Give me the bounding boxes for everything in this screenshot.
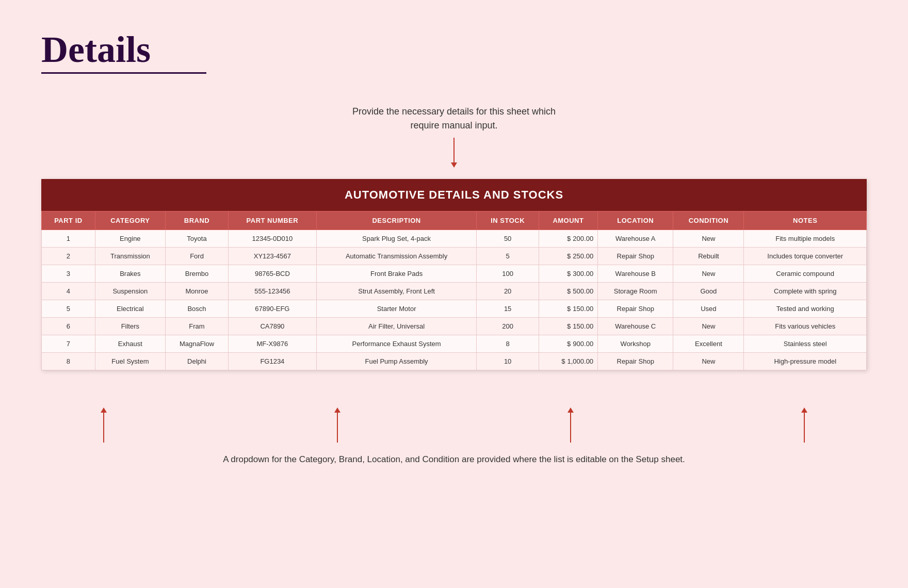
amount-dollar: $ <box>567 252 571 260</box>
title-section: Details <box>41 31 867 74</box>
cell-condition: New <box>673 353 744 370</box>
cell-amount: $250.00 <box>539 248 597 265</box>
cell-location: Repair Shop <box>598 248 673 265</box>
amount-dollar: $ <box>567 340 571 348</box>
col-header-brand: BRAND <box>165 211 228 230</box>
cell-in-stock: 15 <box>477 300 539 318</box>
cell-condition: New <box>673 230 744 248</box>
cell-description: Front Brake Pads <box>316 265 477 283</box>
cell-brand: MagnaFlow <box>165 335 228 353</box>
amount-value: 900.00 <box>573 340 593 348</box>
col-header-location: LOCATION <box>598 211 673 230</box>
cell-amount: $900.00 <box>539 335 597 353</box>
cell-brand: Delphi <box>165 353 228 370</box>
page-container: Details Provide the necessary details fo… <box>0 0 908 588</box>
cell-notes: High-pressure model <box>744 353 867 370</box>
cell-condition: New <box>673 265 744 283</box>
col-header-amount: AMOUNT <box>539 211 597 230</box>
cell-category: Brakes <box>95 265 165 283</box>
cell-id: 2 <box>42 248 95 265</box>
cell-part-number: CA7890 <box>229 318 317 335</box>
cell-amount: $150.00 <box>539 300 597 318</box>
amount-value: 250.00 <box>573 252 593 260</box>
table-row: 6FiltersFramCA7890Air Filter, Universal2… <box>42 318 867 335</box>
table-title: AUTOMOTIVE DETAILS AND STOCKS <box>41 179 867 211</box>
cell-location: Warehouse A <box>598 230 673 248</box>
cell-brand: Toyota <box>165 230 228 248</box>
cell-amount: $1,000.00 <box>539 353 597 370</box>
table-header-row: PART ID CATEGORY BRAND PART NUMBER DESCR… <box>42 211 867 230</box>
amount-dollar: $ <box>567 305 571 313</box>
cell-part-number: MF-X9876 <box>229 335 317 353</box>
amount-dollar: $ <box>567 322 571 330</box>
arrow-brand <box>337 412 338 443</box>
cell-category: Engine <box>95 230 165 248</box>
cell-category: Electrical <box>95 300 165 318</box>
cell-notes: Fits multiple models <box>744 230 867 248</box>
cell-brand: Bosch <box>165 300 228 318</box>
cell-brand: Monroe <box>165 283 228 300</box>
amount-value: 200.00 <box>573 235 593 242</box>
cell-condition: Rebuilt <box>673 248 744 265</box>
amount-value: 300.00 <box>573 270 593 277</box>
cell-location: Warehouse C <box>598 318 673 335</box>
cell-part-number: 67890-EFG <box>229 300 317 318</box>
cell-location: Repair Shop <box>598 353 673 370</box>
col-header-category: CATEGORY <box>95 211 165 230</box>
title-underline <box>41 72 206 74</box>
cell-notes: Tested and working <box>744 300 867 318</box>
cell-description: Performance Exhaust System <box>316 335 477 353</box>
annotation-arrows <box>41 412 867 443</box>
cell-id: 3 <box>42 265 95 283</box>
cell-in-stock: 5 <box>477 248 539 265</box>
amount-value: 1,000.00 <box>568 357 594 365</box>
cell-id: 6 <box>42 318 95 335</box>
cell-in-stock: 200 <box>477 318 539 335</box>
table-row: 1EngineToyota12345-0D010Spark Plug Set, … <box>42 230 867 248</box>
table-wrapper: AUTOMOTIVE DETAILS AND STOCKS PART ID CA… <box>41 179 867 370</box>
cell-brand: Brembo <box>165 265 228 283</box>
cell-in-stock: 100 <box>477 265 539 283</box>
table-row: 3BrakesBrembo98765-BCDFront Brake Pads10… <box>42 265 867 283</box>
cell-id: 1 <box>42 230 95 248</box>
arrow-condition <box>804 412 805 443</box>
cell-location: Repair Shop <box>598 300 673 318</box>
col-header-part-number: PART NUMBER <box>229 211 317 230</box>
cell-category: Transmission <box>95 248 165 265</box>
cell-location: Warehouse B <box>598 265 673 283</box>
table-row: 5ElectricalBosch67890-EFGStarter Motor15… <box>42 300 867 318</box>
table-row: 8Fuel SystemDelphiFG1234Fuel Pump Assemb… <box>42 353 867 370</box>
amount-dollar: $ <box>567 270 571 277</box>
cell-location: Storage Room <box>598 283 673 300</box>
cell-part-number: 555-123456 <box>229 283 317 300</box>
instruction-arrow <box>41 138 867 164</box>
instruction-text: Provide the necessary details for this s… <box>41 105 867 133</box>
cell-condition: Good <box>673 283 744 300</box>
cell-notes: Stainless steel <box>744 335 867 353</box>
cell-condition: Used <box>673 300 744 318</box>
cell-notes: Fits various vehicles <box>744 318 867 335</box>
instruction-section: Provide the necessary details for this s… <box>41 105 867 164</box>
amount-dollar: $ <box>567 287 571 295</box>
cell-amount: $150.00 <box>539 318 597 335</box>
col-header-condition: CONDITION <box>673 211 744 230</box>
cell-description: Automatic Transmission Assembly <box>316 248 477 265</box>
cell-part-number: 98765-BCD <box>229 265 317 283</box>
cell-part-number: FG1234 <box>229 353 317 370</box>
amount-dollar: $ <box>567 235 571 242</box>
table-row: 2TransmissionFordXY123-4567Automatic Tra… <box>42 248 867 265</box>
cell-condition: New <box>673 318 744 335</box>
arrow-category <box>103 412 104 443</box>
cell-brand: Ford <box>165 248 228 265</box>
cell-description: Air Filter, Universal <box>316 318 477 335</box>
col-header-notes: NOTES <box>744 211 867 230</box>
cell-amount: $300.00 <box>539 265 597 283</box>
cell-description: Spark Plug Set, 4-pack <box>316 230 477 248</box>
amount-value: 150.00 <box>573 322 593 330</box>
cell-category: Exhaust <box>95 335 165 353</box>
main-table: PART ID CATEGORY BRAND PART NUMBER DESCR… <box>41 211 867 370</box>
cell-part-number: 12345-0D010 <box>229 230 317 248</box>
amount-dollar: $ <box>561 357 565 365</box>
cell-part-number: XY123-4567 <box>229 248 317 265</box>
col-header-description: DESCRIPTION <box>316 211 477 230</box>
